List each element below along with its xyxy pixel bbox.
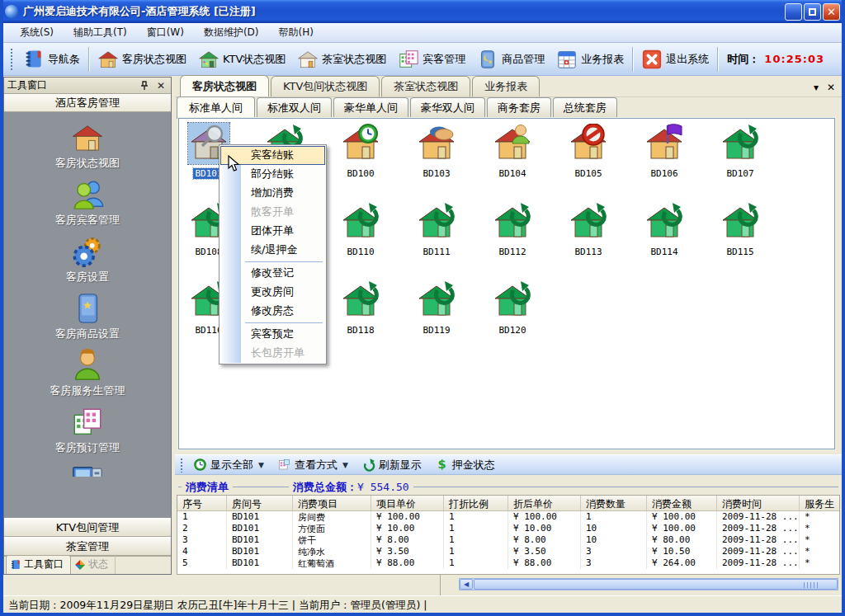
room-state-refresh-icon <box>720 123 761 164</box>
context-menu-item-6[interactable]: 续/退押金 <box>220 241 325 260</box>
room-BD114[interactable]: BD114 <box>626 201 702 275</box>
context-menu-item-12[interactable]: 宾客预定 <box>220 325 325 344</box>
column-header[interactable]: 打折比例 <box>444 496 508 510</box>
room-BD106[interactable]: BD106 <box>626 123 702 197</box>
column-header[interactable]: 项目单价 <box>371 496 444 510</box>
toolbar-time: 时间：10:25:03 <box>720 52 824 67</box>
sidebar-item-label: 客房状态视图 <box>55 156 120 171</box>
room-BD103[interactable]: BD103 <box>399 123 474 197</box>
minimize-button[interactable] <box>785 3 802 21</box>
action-button-4[interactable]: $押金状态 <box>428 456 502 474</box>
scrollbar-grip <box>804 582 819 588</box>
table-cell: 房间费 <box>293 511 371 523</box>
action-button-1[interactable]: 显示全部▼ <box>186 456 271 474</box>
room-BD115[interactable]: BD115 <box>702 201 778 275</box>
room-BD120[interactable]: BD120 <box>474 280 550 354</box>
room-BD113[interactable]: BD113 <box>550 201 626 275</box>
close-button[interactable]: ✕ <box>823 3 840 21</box>
toolbar-button-guest-calendar[interactable]: 宾客管理 <box>392 46 471 73</box>
sidebar-item-1[interactable]: 客房状态视图 <box>4 121 171 171</box>
maximize-button[interactable] <box>804 3 821 21</box>
title-bar: 广州爱启迪技术有限公司-酒店管理系统 [已注册] ✕ <box>0 0 845 23</box>
tab-3[interactable]: 茶室状态视图 <box>381 76 470 96</box>
menu-item[interactable]: 系统(S) <box>10 24 64 41</box>
toolbar-button-exit[interactable]: 退出系统 <box>635 46 715 73</box>
room-type-tab-2[interactable]: 标准双人间 <box>257 97 332 118</box>
sidebar-item-5[interactable]: 客房服务生管理 <box>4 349 171 398</box>
chevron-down-icon[interactable]: ▼ <box>258 461 264 469</box>
context-menu-item-3[interactable]: 增加消费 <box>220 184 325 203</box>
column-header[interactable]: 消费时间 <box>717 496 800 510</box>
room-BD112[interactable]: BD112 <box>474 201 550 275</box>
column-header[interactable]: 折后单价 <box>508 496 581 510</box>
toolbar-button-house-green[interactable]: KTV状态视图 <box>192 46 291 73</box>
room-type-tab-5[interactable]: 商务套房 <box>487 97 551 118</box>
toolbar-button-house-red[interactable]: 客房状态视图 <box>92 46 192 73</box>
context-menu-item-10[interactable]: 修改房态 <box>220 302 325 321</box>
column-header[interactable]: 房间号 <box>227 496 293 510</box>
sidebar-item-3[interactable]: 客房设置 <box>4 235 171 284</box>
menu-item[interactable]: 辅助工具(T) <box>64 24 137 41</box>
sidebar-item-2[interactable]: 客房宾客管理 <box>4 178 171 228</box>
tab-2[interactable]: KTV包间状态视图 <box>271 76 380 96</box>
table-row[interactable]: 2BD101方便面¥ 10.001¥ 10.0010¥ 100.002009-1… <box>177 523 839 534</box>
column-header[interactable]: 消费项目 <box>293 496 371 510</box>
sidebar-group-button[interactable]: 茶室管理 <box>4 537 171 556</box>
menu-item[interactable]: 帮助(H) <box>269 24 323 41</box>
sidebar-item-7[interactable]: 客房其他款项登记 <box>4 463 171 477</box>
column-header[interactable]: 消费数量 <box>581 496 647 510</box>
menu-item[interactable]: 数据维护(D) <box>194 24 269 41</box>
sidebar-group-button[interactable]: KTV包间管理 <box>4 518 171 537</box>
chevron-down-icon[interactable]: ▼ <box>342 461 348 469</box>
sidebar-item-4[interactable]: 客房商品设置 <box>4 292 171 341</box>
column-header[interactable]: 服务生 <box>800 496 840 510</box>
table-cell: * <box>800 557 840 569</box>
room-type-tab-3[interactable]: 豪华单人间 <box>333 97 408 118</box>
toolbar-button-nav-book[interactable]: 导航条 <box>17 46 86 73</box>
context-menu-item-5[interactable]: 团体开单 <box>220 222 325 241</box>
table-row[interactable]: 4BD101纯净水¥ 3.501¥ 3.503¥ 10.502009-11-28… <box>177 546 839 557</box>
nav-book-icon <box>23 49 45 70</box>
room-BD100[interactable]: BD100 <box>323 123 399 197</box>
table-row[interactable]: 3BD101饼干¥ 8.001¥ 8.0010¥ 80.002009-11-28… <box>177 534 839 546</box>
action-button-3[interactable]: 刷新显示 <box>355 456 428 474</box>
column-header[interactable]: 序号 <box>177 496 227 510</box>
horizontal-scrollbar[interactable]: ◀ <box>459 578 838 590</box>
action-button-2[interactable]: 查看方式▼ <box>271 456 355 474</box>
document-tab-strip: 客房状态视图KTV包间状态视图茶室状态视图业务报表▾✕ <box>175 77 842 97</box>
toolbar-button-house-white[interactable]: 茶室状态视图 <box>291 46 392 73</box>
table-row[interactable]: 1BD101房间费¥ 100.001¥ 100.001¥ 100.002009-… <box>177 511 839 523</box>
room-type-tab-4[interactable]: 豪华双人间 <box>410 97 485 118</box>
room-type-tab-1[interactable]: 标准单人间 <box>177 96 255 119</box>
table-row[interactable]: 5BD101红葡萄酒¥ 88.001¥ 88.003¥ 264.002009-1… <box>177 557 839 569</box>
toolbar-grip[interactable] <box>10 48 14 71</box>
chevron-down-icon[interactable]: ▾ <box>814 82 819 93</box>
room-BD118[interactable]: BD118 <box>323 280 399 354</box>
room-BD111[interactable]: BD111 <box>399 201 474 275</box>
toolbar-button-goods-book[interactable]: 商品管理 <box>471 46 550 73</box>
sidebar-item-6[interactable]: 客房预订管理 <box>4 406 171 455</box>
room-BD105[interactable]: BD105 <box>550 123 626 197</box>
scroll-left-arrow[interactable]: ◀ <box>460 579 473 590</box>
context-menu-item-9[interactable]: 更改房间 <box>220 283 325 302</box>
room-type-tab-6[interactable]: 总统套房 <box>553 97 617 118</box>
room-BD119[interactable]: BD119 <box>399 280 474 354</box>
sidebar-tab-toolwindow[interactable]: 工具窗口 <box>6 555 71 574</box>
room-BD110[interactable]: BD110 <box>323 201 399 275</box>
close-tab-icon[interactable]: ✕ <box>827 82 835 93</box>
room-BD104[interactable]: BD104 <box>474 123 550 197</box>
pin-icon[interactable] <box>139 81 153 91</box>
toolbar-button-report-calendar[interactable]: 业务报表 <box>550 46 630 73</box>
report-calendar-icon <box>556 49 578 70</box>
sidebar-group-hotel-rooms[interactable]: 酒店客房管理 <box>4 94 171 112</box>
sidebar-tab-status[interactable]: 状态 <box>71 556 116 574</box>
room-BD107[interactable]: BD107 <box>702 123 778 197</box>
column-header[interactable]: 消费金额 <box>647 496 717 510</box>
context-menu-item-8[interactable]: 修改登记 <box>220 264 325 283</box>
tab-1[interactable]: 客房状态视图 <box>180 75 269 96</box>
toolbar-grip[interactable] <box>180 458 183 473</box>
menu-item[interactable]: 窗口(W) <box>137 24 194 41</box>
close-icon[interactable]: ✕ <box>154 80 168 92</box>
tab-4[interactable]: 业务报表 <box>472 76 540 96</box>
scrollbar-thumb[interactable] <box>474 579 838 590</box>
